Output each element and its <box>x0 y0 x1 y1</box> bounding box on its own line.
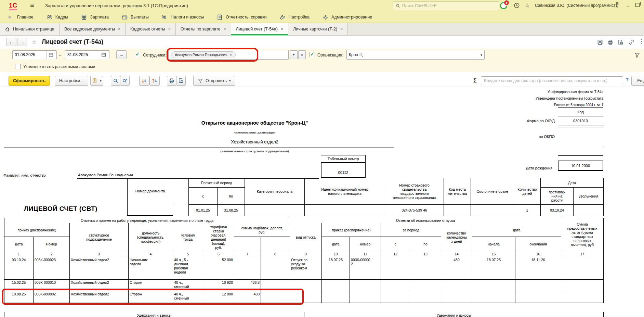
menu-item-glavnoe[interactable]: ≡ Главное <box>8 14 34 20</box>
main-menu-icon[interactable]: ≡ <box>30 1 34 9</box>
period-from-field[interactable] <box>12 50 57 59</box>
col-header: по <box>410 237 441 251</box>
link-icon[interactable] <box>629 39 634 45</box>
save-icon[interactable] <box>597 39 603 45</box>
send-label: Отправить <box>206 78 227 83</box>
tab-licevoy-schet-active[interactable]: Лицевой счет (Т-54а) × <box>231 23 288 35</box>
col-number: 9 <box>290 251 322 257</box>
report-cell <box>261 257 290 280</box>
organization-underline <box>4 129 394 129</box>
employees-field[interactable]: Авакумов Роман Геннадьевич × <box>168 50 289 60</box>
col-header <box>261 237 290 251</box>
organization-combo[interactable]: Крон-Ц ▾ <box>346 50 485 60</box>
vacation-kind-header: вид отпуска <box>290 223 322 251</box>
calendar-icon[interactable] <box>99 51 108 59</box>
employees-clear-button[interactable]: × <box>298 50 306 59</box>
employee-tag[interactable]: Авакумов Роман Геннадьевич × <box>171 51 236 58</box>
report-variants-button[interactable]: ▾ <box>90 76 103 86</box>
sort-ascending-button[interactable] <box>149 76 160 86</box>
tab-label: Личные карточки (Т-2) <box>293 27 337 31</box>
favorite-page-star-icon[interactable]: ☆ <box>31 39 37 46</box>
organization-checkbox[interactable] <box>310 52 315 57</box>
notifications-badge: 8 <box>504 0 509 5</box>
window-titlebar: 1С ≡ Зарплата и управление персоналом, р… <box>0 0 644 12</box>
history-icon[interactable] <box>514 2 521 9</box>
menu-item-nalogi[interactable]: % Налоги и взносы <box>162 14 204 20</box>
close-tab-icon[interactable]: × <box>281 27 283 31</box>
forward-button[interactable]: → <box>17 38 27 46</box>
report-cell <box>410 257 441 280</box>
print-button[interactable] <box>167 76 176 86</box>
report-cell: 003К-000023 <box>34 257 70 280</box>
hire-header: поступле- ния на работу <box>541 188 574 205</box>
print-icon[interactable] <box>607 39 613 45</box>
report-cell <box>472 280 515 291</box>
report-cell: 003К-000002 <box>34 291 70 303</box>
service-settings-icon[interactable]: ≡▾ <box>616 1 619 9</box>
col-number: 15 <box>472 251 515 257</box>
sum-indicator[interactable]: Σ <box>473 78 477 84</box>
menu-item-otchetnost[interactable]: Отчетность, справки <box>217 14 267 20</box>
filter-funnel-icon[interactable] <box>634 52 640 58</box>
tab-kadrovye-dokumenty[interactable]: Все кадровые документы × <box>60 23 126 35</box>
print-preview-icon[interactable] <box>618 39 623 45</box>
employees-checkbox[interactable] <box>135 52 140 57</box>
col-number: 13 <box>410 251 441 257</box>
settings-button[interactable]: Настройки... <box>55 76 88 86</box>
close-tab-icon[interactable]: × <box>168 27 171 31</box>
date-group-header: Дата <box>541 178 604 188</box>
menu-item-kadry[interactable]: Кадры <box>47 14 68 20</box>
close-tab-icon[interactable]: × <box>224 27 226 31</box>
close-tab-icon[interactable]: × <box>340 27 343 31</box>
report-cell: 18.07.25 <box>472 257 515 280</box>
col-header: начала <box>472 237 515 251</box>
find-button[interactable] <box>111 76 120 86</box>
send-button[interactable]: Отправить ▾ <box>193 76 235 86</box>
payslips-checkbox[interactable] <box>15 64 21 69</box>
sort-asc-icon <box>152 78 157 84</box>
order-header-2: приказ (распоряжение) <box>322 223 381 237</box>
find-next-button[interactable] <box>120 76 130 86</box>
col-number: 3 <box>70 251 129 257</box>
generate-button[interactable]: Сформировать <box>9 76 50 86</box>
global-search[interactable] <box>393 1 499 10</box>
menu-item-vyplaty[interactable]: Выплаты <box>122 14 149 20</box>
quick-filter-input[interactable] <box>481 76 623 85</box>
calendar-icon[interactable] <box>46 51 55 59</box>
menu-item-zarplata[interactable]: Зарплата <box>81 14 109 20</box>
employees-dropdown-button[interactable]: ▾ <box>290 50 298 59</box>
tab-label: Отчеты по зарплате <box>181 27 221 31</box>
more-button[interactable]: Ещё <box>631 76 644 86</box>
period-to-input[interactable] <box>65 52 99 57</box>
organization-value: Крон-Ц <box>349 52 363 57</box>
menu-item-administrirovanie[interactable]: Администрирование <box>323 14 372 20</box>
choose-period-button[interactable]: ... <box>116 50 127 59</box>
report-toolbar: Сформировать Настройки... ▾ Отправить ▾ … <box>0 72 644 87</box>
report-cell <box>290 291 322 303</box>
preview-button[interactable] <box>176 76 186 86</box>
close-tab-icon[interactable]: × <box>118 27 120 31</box>
help-button[interactable]: ? <box>626 77 629 82</box>
conditions-header: условия труда <box>173 223 203 251</box>
tab-otchety-po-zarplate[interactable]: Отчеты по зарплате × <box>176 23 231 35</box>
remove-tag-icon[interactable]: × <box>229 53 232 57</box>
report-cell <box>322 291 350 303</box>
col-number: 10 <box>322 251 350 257</box>
window-minimize-button[interactable]: _ <box>627 1 630 7</box>
period-from-input[interactable] <box>13 52 46 57</box>
window-restore-button[interactable] <box>635 3 640 7</box>
global-search-input[interactable] <box>402 3 496 8</box>
tab-home[interactable]: Начальная страница <box>0 23 60 35</box>
back-button[interactable]: ← <box>6 38 16 46</box>
report-cell: 003К-000010 <box>34 280 70 291</box>
favorites-star-icon[interactable]: ☆ <box>525 2 531 9</box>
period-to-field[interactable] <box>65 50 109 59</box>
current-user[interactable]: Савинская З.Ю. (Системный программист) <box>535 3 617 8</box>
tab-kadrovye-otchety[interactable]: Кадровые отчеты × <box>126 23 176 35</box>
tab-lichnye-kartochki[interactable]: Личные карточки (Т-2) × <box>288 23 348 35</box>
more-actions-icon[interactable]: ⋮ <box>639 38 644 45</box>
menu-item-nastroyka[interactable]: Настройка <box>279 14 310 20</box>
sort-descending-button[interactable] <box>139 76 149 86</box>
report-cell: 52 000 <box>203 257 234 280</box>
report-cell: 024-375-539 46 <box>385 205 444 216</box>
